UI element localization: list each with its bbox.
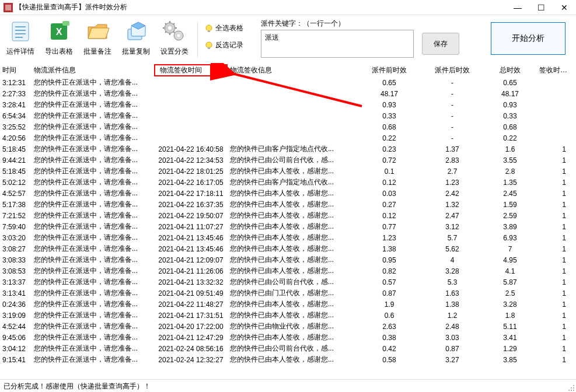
cell-sign-time: 2021-04-22 18:01:25 — [154, 167, 228, 176]
cell-total-time: 0.68 — [483, 123, 537, 131]
table-row[interactable]: 4:52:57您的快件正在派送中，请您准备...2021-04-22 17:18… — [0, 188, 576, 199]
toolbar-label: 运件详情 — [6, 47, 34, 57]
svg-line-19 — [165, 32, 166, 33]
start-analysis-button[interactable]: 开始分析 — [491, 22, 565, 55]
cell-sign-days: 1 — [537, 234, 572, 242]
keyword-input[interactable] — [261, 30, 414, 58]
table-row[interactable]: 3:13:41您的快件正在派送中，请您准备...2021-04-21 09:51… — [0, 288, 576, 299]
cell-total-time: 1.6 — [483, 145, 537, 153]
cell-time: 9:44:21 — [0, 156, 32, 164]
svg-rect-9 — [62, 21, 69, 26]
svg-point-13 — [168, 26, 172, 30]
close-button[interactable]: ✕ — [553, 0, 576, 15]
cell-sign-days: 1 — [537, 178, 572, 187]
cell-sign-time: 2021-04-22 16:17:05 — [154, 178, 228, 187]
table-row[interactable]: 3:19:09您的快件正在派送中，请您准备...2021-04-21 17:31… — [0, 310, 576, 321]
cell-time: 3:28:41 — [0, 101, 32, 109]
table-row[interactable]: 7:59:40您的快件正在派送中，请您准备...2021-04-21 11:07… — [0, 221, 576, 232]
table-row[interactable]: 5:02:12您的快件正在派送中，请您准备...2021-04-22 16:17… — [0, 177, 576, 188]
table-row[interactable]: 3:08:27您的快件正在派送中，请您准备...2021-04-21 13:45… — [0, 243, 576, 254]
table-row[interactable]: 2:27:33您的快件正在派送中，请您准备...48.17-48.17 — [0, 88, 576, 99]
table-row[interactable]: 9:44:21您的快件正在派送中，请您准备...2021-04-22 12:34… — [0, 155, 576, 166]
table-row[interactable]: 3:13:37您的快件正在派送中，请您准备...2021-04-21 13:32… — [0, 276, 576, 288]
batch-copy-button[interactable]: 批量复制 — [118, 19, 154, 58]
cell-total-time: 3.85 — [483, 356, 537, 364]
cell-sign-info: 您的快件已由公司前台代收，感... — [228, 155, 357, 165]
cell-total-time: 3.41 — [483, 334, 537, 342]
export-button[interactable]: X 导出表格 — [41, 19, 77, 58]
cell-pre-time: 0.38 — [357, 334, 421, 342]
col-header-sign-info[interactable]: 物流签收信息 — [228, 65, 357, 75]
save-button[interactable]: 保存 — [422, 33, 459, 55]
cell-dispatch-info: 您的快件正在派送中，请您准备... — [32, 288, 154, 298]
cell-dispatch-info: 您的快件正在派送中，请您准备... — [32, 122, 154, 132]
resize-grip-icon[interactable] — [568, 384, 575, 391]
svg-rect-25 — [208, 30, 210, 32]
invert-selection-button[interactable]: 反选记录 — [205, 40, 243, 50]
table-row[interactable]: 4:52:44您的快件正在派送中，请您准备...2021-04-20 17:22… — [0, 321, 576, 332]
cell-dispatch-info: 您的快件正在派送中，请您准备... — [32, 78, 154, 88]
minimize-button[interactable]: — — [506, 0, 529, 15]
select-all-button[interactable]: 全选表格 — [205, 23, 243, 33]
table-body[interactable]: 3:12:31您的快件正在派送中，请您准备...0.65-0.652:27:33… — [0, 77, 576, 378]
table-row[interactable]: 3:03:20您的快件正在派送中，请您准备...2021-04-21 13:45… — [0, 232, 576, 243]
cell-sign-time: 2021-04-21 12:09:07 — [154, 256, 228, 264]
table-row[interactable]: 0:24:36您的快件正在派送中，请您准备...2021-04-22 11:48… — [0, 299, 576, 310]
cell-post-time: 1.23 — [421, 178, 483, 187]
cell-dispatch-info: 您的快件正在派送中，请您准备... — [32, 100, 154, 110]
cell-sign-time: 2021-04-22 19:50:07 — [154, 212, 228, 220]
col-header-sign-time[interactable]: 物流签收时间 — [154, 64, 228, 76]
cell-pre-time: 0.57 — [357, 278, 421, 286]
cell-post-time: 2.47 — [421, 212, 483, 220]
detail-button[interactable]: 运件详情 — [2, 19, 39, 58]
cell-post-time: 0.87 — [421, 345, 483, 353]
cell-total-time: 5.11 — [483, 323, 537, 331]
table-row[interactable]: 6:54:34您的快件正在派送中，请您准备...0.33-0.33 — [0, 110, 576, 121]
cell-pre-time: 0.42 — [357, 345, 421, 353]
cell-sign-time: 2021-04-22 17:18:11 — [154, 190, 228, 198]
table-row[interactable]: 5:18:45您的快件正在派送中，请您准备...2021-04-22 16:40… — [0, 144, 576, 155]
cell-pre-time: 0.22 — [357, 134, 421, 142]
table-row[interactable]: 9:15:41您的快件正在派送中，请您准备...2021-02-24 12:32… — [0, 354, 576, 365]
cell-sign-time: 2021-02-24 08:56:16 — [154, 345, 228, 353]
col-header-total-time[interactable]: 总时效 — [483, 65, 537, 75]
table-row[interactable]: 3:25:52您的快件正在派送中，请您准备...0.68-0.68 — [0, 121, 576, 132]
cell-dispatch-info: 您的快件正在派送中，请您准备... — [32, 310, 154, 320]
cell-time: 3:13:37 — [0, 278, 32, 286]
cell-pre-time: 0.95 — [357, 256, 421, 264]
table-row[interactable]: 4:20:56您的快件正在派送中，请您准备...0.22-0.22 — [0, 132, 576, 144]
col-header-sign-days[interactable]: 签收时效(天) — [537, 65, 572, 75]
data-table: 时间 物流派件信息 物流签收时间 物流签收信息 派件前时效 派件后时效 总时效 … — [0, 63, 576, 378]
col-header-pre-time[interactable]: 派件前时效 — [357, 65, 421, 75]
col-header-post-time[interactable]: 派件后时效 — [421, 65, 483, 75]
cell-time: 3:03:20 — [0, 234, 32, 242]
cell-post-time: 1.37 — [421, 145, 483, 153]
maximize-button[interactable]: ☐ — [529, 0, 553, 15]
table-row[interactable]: 3:28:41您的快件正在派送中，请您准备...0.93-0.93 — [0, 99, 576, 110]
table-row[interactable]: 5:17:38您的快件正在派送中，请您准备...2021-04-22 16:37… — [0, 199, 576, 210]
lightbulb-icon — [205, 24, 213, 33]
cell-time: 9:15:41 — [0, 356, 32, 364]
cell-dispatch-info: 您的快件正在派送中，请您准备... — [32, 200, 154, 209]
cell-sign-time: 2021-04-21 13:32:32 — [154, 278, 228, 286]
cell-time: 4:52:44 — [0, 323, 32, 331]
col-header-time[interactable]: 时间 — [0, 65, 32, 75]
cell-sign-time: 2021-04-21 11:26:06 — [154, 267, 228, 275]
small-button-column: 全选表格 反选记录 — [203, 19, 247, 50]
svg-text:X: X — [56, 27, 62, 37]
table-row[interactable]: 3:08:33您的快件正在派送中，请您准备...2021-04-21 12:09… — [0, 254, 576, 265]
table-row[interactable]: 3:08:53您的快件正在派送中，请您准备...2021-04-21 11:26… — [0, 265, 576, 276]
table-row[interactable]: 3:12:31您的快件正在派送中，请您准备...0.65-0.65 — [0, 77, 576, 88]
cell-total-time: 2.59 — [483, 212, 537, 220]
cell-dispatch-info: 您的快件正在派送中，请您准备... — [32, 332, 154, 342]
cell-dispatch-info: 您的快件正在派送中，请您准备... — [32, 144, 154, 154]
set-category-button[interactable]: 设置分类 — [156, 19, 193, 58]
cell-sign-days: 1 — [537, 334, 572, 342]
table-row[interactable]: 9:45:06您的快件正在派送中，请您准备...2021-04-21 12:47… — [0, 332, 576, 343]
table-row[interactable]: 5:18:45您的快件正在派送中，请您准备...2021-04-22 18:01… — [0, 166, 576, 177]
table-row[interactable]: 7:21:52您的快件正在派送中，请您准备...2021-04-22 19:50… — [0, 210, 576, 221]
batch-note-button[interactable]: 批量备注 — [79, 19, 116, 58]
analyze-button-label: 开始分析 — [512, 33, 544, 44]
table-row[interactable]: 3:04:12您的快件正在派送中，请您准备...2021-02-24 08:56… — [0, 343, 576, 354]
col-header-dispatch-info[interactable]: 物流派件信息 — [32, 65, 154, 75]
